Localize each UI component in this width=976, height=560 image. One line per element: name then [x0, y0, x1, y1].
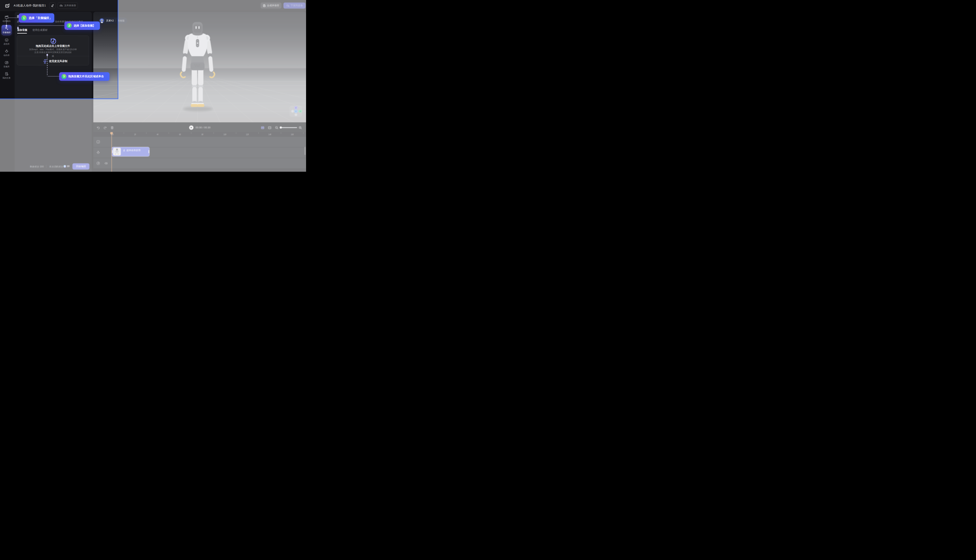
connector-line [8, 18, 19, 18]
upload-hint-note: 注意:目前仅支持中文和英文语言的识别 [17, 51, 89, 54]
mic-record-button[interactable]: 使用麦克风录制 [43, 59, 68, 64]
sidebar-label: 音频库 [3, 65, 10, 68]
connector-line [48, 76, 59, 77]
or-label: 或 [17, 55, 89, 58]
upload-music-icon [49, 37, 57, 45]
tab-add-audio[interactable]: 添加音频 [17, 28, 27, 32]
sidebar-label: 表情库 [3, 43, 10, 45]
task-list-icon [5, 72, 9, 76]
robot-face-icon [5, 38, 9, 42]
step-label: 选择【添加音频】 [73, 24, 95, 28]
highlight-border [0, 98, 118, 99]
person-icon [5, 49, 9, 53]
tutorial-step-2: 2 选择【添加音频】 [64, 22, 100, 30]
tutorial-step-3: 3 拖拽音频文件至此区域或单击 [59, 72, 110, 81]
step-label: 选择「音频编排」 [29, 16, 52, 20]
app-root: 灵犀X2 青春版 Z Y X 00:00 / 00:30 [0, 0, 306, 172]
connector-line [47, 57, 47, 76]
sidebar-item-motion-library[interactable]: 动作库 [0, 49, 13, 57]
pencil-icon [51, 4, 54, 7]
save-status-button[interactable]: 文件未保存 [58, 2, 78, 9]
microphone-icon [43, 59, 47, 64]
cloud-unsaved-icon [60, 4, 63, 7]
step-number-badge: 1 [21, 15, 27, 21]
project-title: A1机器人动作-我的项目1 [14, 0, 46, 11]
active-tab-underline [17, 33, 27, 33]
app-logo-icon [4, 3, 10, 8]
chip-divider [115, 20, 116, 22]
tutorial-dim-overlay [118, 0, 306, 172]
sidebar-item-audio-library[interactable]: 音频库 [0, 60, 13, 68]
sidebar-label: 我的任务 [3, 77, 11, 79]
connector-dot [47, 54, 48, 56]
sidebar-label: 音频编排 [3, 31, 11, 34]
upload-title: 拖拽至此或点击上传音频文件 [17, 44, 89, 48]
tab-use-synth-material[interactable]: 使用合成素材 [32, 28, 48, 32]
step-number-badge: 3 [62, 74, 67, 79]
step-number-badge: 2 [67, 23, 72, 28]
robot-avatar [100, 18, 104, 23]
audio-upload-dropzone[interactable]: 拖拽至此或点击上传音频文件 支持mp3、wav、Flac格式，音频长度不超过5分… [17, 35, 89, 65]
save-status-label: 文件未保存 [64, 4, 76, 7]
robot-name: 灵犀X2 [106, 19, 114, 22]
mic-record-label: 使用麦克风录制 [49, 60, 68, 63]
connector-line [19, 25, 64, 26]
sidebar-label: 动作库 [3, 54, 10, 57]
sidebar-item-my-tasks[interactable]: 我的任务 [0, 72, 13, 79]
connector-line [6, 18, 7, 25]
highlight-border [118, 0, 118, 99]
rename-button[interactable] [49, 2, 56, 9]
connector-dot [17, 27, 19, 29]
audio-library-icon [5, 60, 9, 65]
tutorial-dim-overlay [0, 99, 118, 172]
sidebar-item-expression-library[interactable]: 表情库 [0, 38, 13, 45]
tutorial-step-1: 1 选择「音频编排」 [19, 13, 54, 23]
connector-dot [6, 25, 7, 27]
upload-hint-formats: 支持mp3、wav、Flac格式，音频长度不超过5分钟 [17, 48, 89, 51]
step-label: 拖拽音频文件至此区域或单击 [68, 75, 104, 78]
